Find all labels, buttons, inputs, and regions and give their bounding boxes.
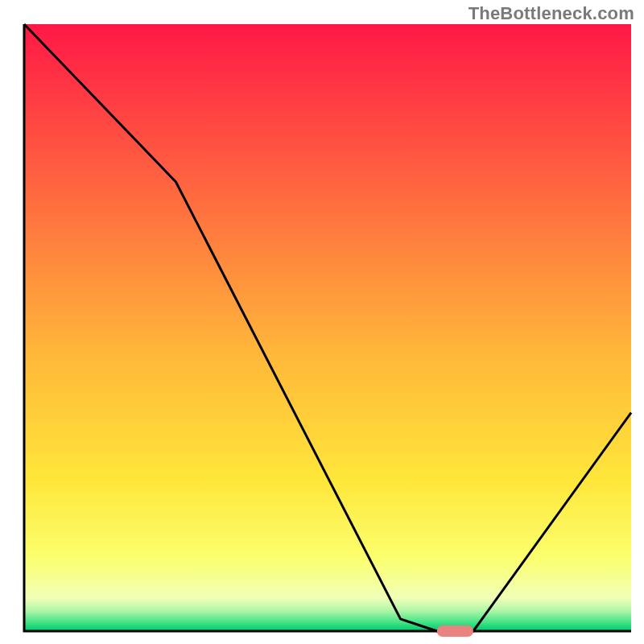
watermark-text: TheBottleneck.com (469, 3, 634, 24)
chart-svg (0, 0, 644, 644)
bottleneck-chart: TheBottleneck.com (0, 0, 644, 644)
optimal-marker (437, 625, 473, 637)
